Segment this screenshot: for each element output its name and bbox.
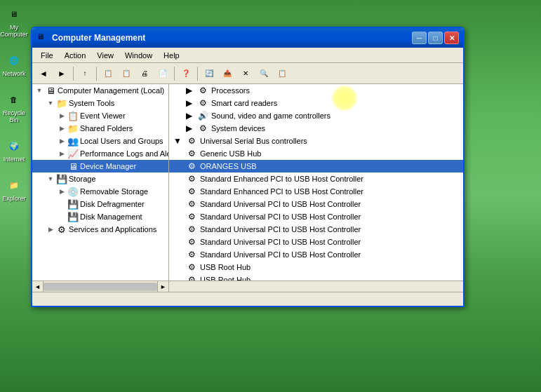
smart-card-icon: ⚙	[197, 97, 208, 109]
up-button[interactable]: ↑	[76, 66, 93, 81]
root-hub-1-icon: ⚙	[186, 262, 197, 273]
desktop-icon-recycle[interactable]: 🗑 RecycleBin	[3, 91, 25, 123]
right-item-system-devices[interactable]: ▶ ⚙ System devices	[169, 122, 463, 135]
right-item-universal-2[interactable]: ⚙ Standard Universal PCI to USB Host Con…	[169, 210, 463, 223]
label-universal-5: Standard Universal PCI to USB Host Contr…	[200, 250, 361, 259]
label-root: Computer Management (Local)	[58, 86, 164, 95]
expander-defrag[interactable]	[56, 198, 67, 210]
tree-item-defrag[interactable]: 💾 Disk Defragmenter	[32, 198, 168, 210]
usb-controllers-icon: ⚙	[186, 135, 197, 147]
root-hub-2-icon: ⚙	[186, 274, 197, 281]
minimize-button[interactable]: ─	[412, 32, 427, 44]
menu-window[interactable]: Window	[119, 50, 158, 61]
tree-item-local-users[interactable]: ▶ 👥 Local Users and Groups	[32, 135, 168, 147]
expand-sound: ▶	[183, 110, 194, 121]
enhanced-1-icon: ⚙	[186, 173, 197, 184]
right-item-sound[interactable]: ▶ 🔊 Sound, video and game controllers	[169, 109, 463, 122]
label-services: Services and Applications	[69, 225, 156, 234]
right-item-root-hub-2[interactable]: ⚙ USB Root Hub	[169, 273, 463, 281]
processors-icon: ⚙	[197, 85, 208, 96]
help-button[interactable]: ❓	[178, 66, 194, 81]
right-panel[interactable]: ▶ ⚙ Processors ▶ ⚙ Smart card readers ▶ …	[169, 84, 463, 281]
copy-button[interactable]: 📋	[100, 66, 116, 81]
expander-shared-folders[interactable]: ▶	[56, 123, 67, 134]
icon-processors: ▶	[183, 85, 194, 96]
expander-device-manager[interactable]	[56, 161, 67, 172]
forward-button[interactable]: ►	[53, 66, 70, 81]
universal-3-icon: ⚙	[186, 224, 197, 235]
menu-action[interactable]: Action	[59, 50, 92, 61]
computer-label: MyComputer	[0, 24, 28, 38]
expander-local-users[interactable]: ▶	[56, 135, 67, 147]
print-button[interactable]: 🖨	[136, 66, 153, 81]
maximize-button[interactable]: □	[428, 32, 443, 44]
computer-management-window: 🖥 Computer Management ─ □ ✕ File Action …	[31, 27, 465, 307]
tree-item-root[interactable]: ▼ 🖥 Computer Management (Local)	[32, 84, 168, 97]
expander-removable[interactable]: ▶	[56, 186, 67, 197]
back-button[interactable]: ◄	[35, 66, 52, 81]
right-scrollbar-area	[169, 281, 463, 292]
right-item-universal-5[interactable]: ⚙ Standard Universal PCI to USB Host Con…	[169, 248, 463, 261]
scroll-right-btn[interactable]: ►	[157, 281, 168, 292]
expander-system-tools[interactable]: ▼	[45, 97, 56, 109]
label-storage: Storage	[69, 175, 96, 183]
right-item-universal-4[interactable]: ⚙ Standard Universal PCI to USB Host Con…	[169, 236, 463, 248]
tree-item-device-manager[interactable]: 🖥 Device Manager	[32, 160, 168, 173]
scroll-thumb[interactable]	[44, 283, 157, 291]
title-bar: 🖥 Computer Management ─ □ ✕	[32, 28, 463, 48]
menu-file[interactable]: File	[35, 50, 59, 61]
expander-disk-mgmt[interactable]	[56, 211, 67, 222]
properties-button[interactable]: 📄	[154, 66, 171, 81]
tree-item-disk-mgmt[interactable]: 💾 Disk Management	[32, 210, 168, 223]
tree-item-removable[interactable]: ▶ 💿 Removable Storage	[32, 185, 168, 198]
recycle-label: RecycleBin	[3, 109, 25, 123]
scroll-left-btn[interactable]: ◄	[32, 281, 44, 292]
search-button[interactable]: 🔍	[255, 66, 272, 81]
desktop-icon-network[interactable]: 🌐 Network	[2, 52, 25, 77]
internet-label: Internet	[4, 156, 25, 163]
left-scrollbar[interactable]: ◄ ►	[32, 281, 169, 292]
export-button[interactable]: 📤	[219, 66, 236, 81]
tree-item-shared-folders[interactable]: ▶ 📁 Shared Folders	[32, 122, 168, 135]
tree-item-system-tools[interactable]: ▼ 📁 System Tools	[32, 97, 168, 109]
menu-help[interactable]: Help	[158, 50, 185, 61]
expander-root[interactable]: ▼	[34, 85, 45, 96]
view-button[interactable]: 📋	[274, 66, 290, 81]
right-item-enhanced-1[interactable]: ⚙ Standard Enhanced PCI to USB Host Cont…	[169, 173, 463, 185]
left-tree-panel: ▼ 🖥 Computer Management (Local) ▼ 📁 Syst…	[32, 84, 169, 281]
right-item-root-hub-1[interactable]: ⚙ USB Root Hub	[169, 261, 463, 273]
close-button[interactable]: ✕	[444, 32, 459, 44]
expander-event-viewer[interactable]: ▶	[56, 110, 67, 121]
right-item-oranges-usb[interactable]: ⚙ ORANGES USB	[169, 160, 463, 173]
right-item-usb-controllers[interactable]: ▼ ⚙ Universal Serial Bus controllers	[169, 135, 463, 147]
tree-item-event-viewer[interactable]: ▶ 📋 Event Viewer	[32, 109, 168, 122]
right-item-generic-hub[interactable]: ⚙ Generic USB Hub	[169, 147, 463, 160]
expander-perf-logs[interactable]: ▶	[56, 148, 67, 159]
right-item-smart-card[interactable]: ▶ ⚙ Smart card readers	[169, 97, 463, 109]
label-removable: Removable Storage	[80, 187, 148, 196]
expander-services[interactable]: ▶	[45, 224, 56, 235]
desktop-icon-internet[interactable]: 🌍 Internet	[4, 137, 25, 163]
right-item-processors[interactable]: ▶ ⚙ Processors	[169, 84, 463, 97]
universal-4-icon: ⚙	[186, 236, 197, 248]
desktop-icon-my-computer[interactable]: 🖥 MyComputer	[0, 6, 28, 38]
tree-item-storage[interactable]: ▼ 💾 Storage	[32, 173, 168, 185]
tree-item-services[interactable]: ▶ ⚙ Services and Applications	[32, 223, 168, 236]
right-item-enhanced-2[interactable]: ⚙ Standard Enhanced PCI to USB Host Cont…	[169, 185, 463, 198]
delete-button[interactable]: ✕	[237, 66, 254, 81]
enhanced-2-icon: ⚙	[186, 186, 197, 197]
desktop-icon-explorer[interactable]: 📁 Explorer	[2, 177, 26, 202]
refresh-button[interactable]: 🔄	[201, 66, 218, 81]
bottom-scrollbar[interactable]: ◄ ►	[32, 281, 463, 292]
expand-system-devices: ▶	[183, 123, 194, 134]
tree-item-perf-logs[interactable]: ▶ 📈 Performance Logs and Alerts	[32, 147, 168, 160]
menu-view[interactable]: View	[91, 50, 119, 61]
system-devices-icon: ⚙	[197, 123, 208, 134]
right-item-universal-1[interactable]: ⚙ Standard Universal PCI to USB Host Con…	[169, 198, 463, 210]
universal-5-icon: ⚙	[186, 249, 197, 260]
expander-storage[interactable]: ▼	[45, 173, 56, 184]
paste-button[interactable]: 📋	[118, 66, 135, 81]
network-icon: 🌐	[6, 52, 22, 69]
generic-hub-icon: ⚙	[186, 148, 197, 159]
right-item-universal-3[interactable]: ⚙ Standard Universal PCI to USB Host Con…	[169, 223, 463, 236]
